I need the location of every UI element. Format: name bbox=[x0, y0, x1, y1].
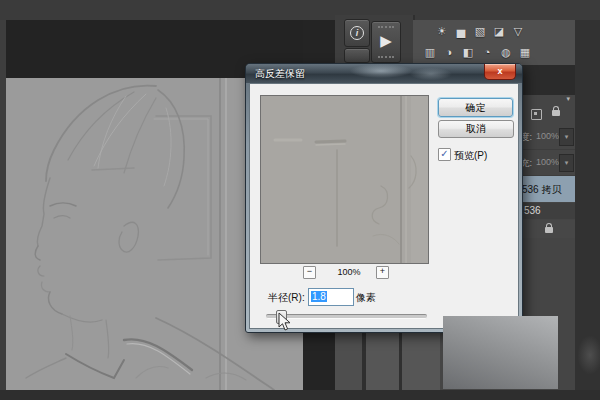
actions-panel: i ▶ bbox=[335, 15, 415, 65]
layer-name: 536 拷贝 bbox=[522, 183, 561, 197]
hue-saturation-icon[interactable]: ▥ bbox=[423, 45, 437, 60]
info-icon: i bbox=[350, 26, 364, 40]
fill-dropdown[interactable]: ▾ bbox=[559, 154, 574, 172]
status-bar bbox=[0, 390, 600, 400]
play-icon: ▶ bbox=[372, 30, 400, 52]
preview-image bbox=[261, 96, 428, 263]
radius-value-selected: 1.8 bbox=[311, 291, 327, 302]
zoom-out-button[interactable]: − bbox=[303, 266, 316, 279]
opacity-value[interactable]: 100% bbox=[536, 131, 559, 141]
panel-menu-icon[interactable]: ▾ bbox=[566, 95, 570, 103]
gradient-thumbnail-artifact bbox=[443, 316, 558, 389]
dialog-body: − 100% + 半径(R): 1.8 像素 确定 取消 ✓ 预览(P) bbox=[249, 83, 519, 329]
zoom-in-button[interactable]: + bbox=[376, 266, 389, 279]
color-lookup-icon[interactable]: ▦ bbox=[518, 45, 532, 60]
opacity-dropdown[interactable]: ▾ bbox=[559, 128, 574, 146]
lock-transparency-icon[interactable] bbox=[531, 109, 542, 120]
close-button[interactable]: x bbox=[484, 64, 516, 80]
preview-checkbox-label: 预览(P) bbox=[454, 149, 487, 163]
high-pass-dialog: 高反差保留 x bbox=[245, 63, 523, 333]
preview-checkbox[interactable]: ✓ bbox=[438, 148, 451, 161]
photoshop-window: i ▶ ☀ ▅ ▧ ◪ ▽ ▥ ◑ ◧ ◔ ◍ ▦ ▾ bbox=[0, 0, 600, 400]
color-balance-icon[interactable]: ◑ bbox=[442, 45, 456, 60]
grip-icon bbox=[378, 56, 394, 58]
radius-input[interactable]: 1.8 bbox=[308, 288, 354, 306]
photo-filter-icon[interactable]: ◔ bbox=[480, 45, 494, 60]
layer-lock-icon bbox=[545, 227, 553, 233]
channel-mixer-icon[interactable]: ◍ bbox=[499, 45, 513, 60]
layer-name: 536 bbox=[524, 205, 541, 216]
ok-button[interactable]: 确定 bbox=[438, 98, 513, 117]
cancel-button[interactable]: 取消 bbox=[438, 120, 514, 138]
grip-icon bbox=[378, 26, 394, 28]
blank-panel-button[interactable] bbox=[344, 48, 370, 63]
adjustments-panel: ☀ ▅ ▧ ◪ ▽ ▥ ◑ ◧ ◔ ◍ ▦ bbox=[413, 20, 575, 65]
black-white-icon[interactable]: ◧ bbox=[461, 45, 475, 60]
dialog-titlebar[interactable]: 高反差保留 x bbox=[246, 64, 522, 83]
zoom-level: 100% bbox=[326, 267, 372, 277]
filter-preview[interactable] bbox=[260, 95, 429, 264]
exposure-icon[interactable]: ◪ bbox=[492, 24, 506, 39]
mouse-cursor bbox=[278, 312, 292, 336]
top-menubar bbox=[0, 0, 600, 21]
play-action-button[interactable]: ▶ bbox=[371, 21, 401, 63]
brightness-contrast-icon[interactable]: ☀ bbox=[435, 24, 449, 39]
levels-icon[interactable]: ▅ bbox=[454, 24, 468, 39]
radius-label: 半径(R): bbox=[268, 291, 305, 305]
right-edge-strip bbox=[575, 20, 600, 390]
lock-all-icon[interactable] bbox=[552, 110, 560, 116]
curves-icon[interactable]: ▧ bbox=[473, 24, 487, 39]
vibrance-icon[interactable]: ▽ bbox=[511, 24, 525, 39]
radius-unit-label: 像素 bbox=[356, 291, 376, 305]
fill-value[interactable]: 100% bbox=[536, 157, 559, 167]
info-panel-button[interactable]: i bbox=[344, 19, 370, 47]
dialog-title: 高反差保留 bbox=[255, 67, 305, 81]
